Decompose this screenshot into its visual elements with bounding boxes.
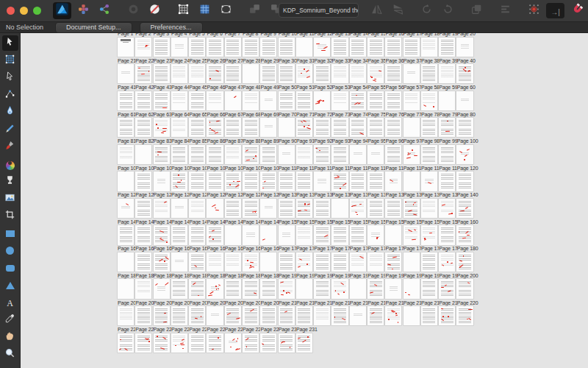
page-artboard[interactable]: [331, 252, 348, 272]
artboard-label[interactable]: Page 12: [314, 33, 331, 37]
transform-origin-button[interactable]: [525, 3, 543, 18]
page-artboard[interactable]: [421, 199, 437, 218]
artboard-label[interactable]: Page 36: [385, 58, 403, 64]
page-artboard[interactable]: [189, 252, 205, 272]
page-artboard[interactable]: [135, 171, 151, 191]
page-artboard[interactable]: [456, 225, 473, 244]
page-artboard[interactable]: [207, 279, 223, 298]
page-artboard[interactable]: [154, 333, 170, 353]
rectangle-tool[interactable]: [2, 226, 18, 241]
artboard-label[interactable]: Page 1: [118, 33, 135, 37]
artboard-label[interactable]: Page 94: [350, 138, 368, 144]
artboard-label[interactable]: Page 218: [421, 300, 439, 306]
artboard-label[interactable]: Page 175: [368, 246, 385, 252]
artboard-label[interactable]: Page 209: [260, 300, 278, 306]
artboard-label[interactable]: Page 183: [154, 273, 171, 279]
page-artboard[interactable]: [260, 199, 276, 218]
artboard-label[interactable]: Page 137: [404, 192, 421, 198]
artboard-label[interactable]: Page 121: [118, 192, 135, 198]
page-artboard[interactable]: [243, 199, 259, 218]
page-artboard[interactable]: [385, 91, 401, 110]
page-artboard[interactable]: [314, 199, 330, 218]
page-artboard[interactable]: [243, 171, 259, 191]
artboard-label[interactable]: Page 46: [207, 85, 224, 91]
artboard-label[interactable]: Page 167: [225, 246, 243, 252]
page-artboard[interactable]: [314, 118, 330, 137]
artboard-label[interactable]: Page 84: [171, 138, 189, 144]
page-artboard[interactable]: [260, 225, 276, 244]
artboard-label[interactable]: Page 128: [243, 192, 260, 198]
page-artboard[interactable]: [260, 171, 276, 191]
artboard-label[interactable]: Page 27: [225, 58, 243, 64]
artboard-label[interactable]: Page 155: [368, 219, 385, 225]
page-artboard[interactable]: [189, 199, 205, 218]
page-artboard[interactable]: [350, 38, 366, 57]
artboard-label[interactable]: Page 41: [118, 85, 135, 91]
page-artboard[interactable]: [225, 64, 241, 83]
page-artboard[interactable]: [171, 91, 187, 110]
artboard-label[interactable]: Page 200: [457, 273, 478, 279]
artboard-label[interactable]: Page 116: [385, 166, 403, 171]
artboard-label[interactable]: Page 195: [368, 273, 385, 279]
page-artboard[interactable]: [350, 306, 366, 325]
artboard-label[interactable]: Page 57: [404, 85, 421, 91]
artboard-label[interactable]: Page 16: [385, 33, 403, 37]
artboard-label[interactable]: Page 166: [207, 246, 224, 252]
page-artboard[interactable]: [421, 91, 437, 110]
page-artboard[interactable]: [279, 91, 295, 110]
page-artboard[interactable]: [439, 91, 455, 110]
artboard-label[interactable]: Page 45: [189, 85, 207, 91]
zoom-tool[interactable]: [2, 347, 18, 362]
page-artboard[interactable]: [296, 199, 312, 218]
page-artboard[interactable]: [404, 64, 420, 83]
artboard-label[interactable]: Page 109: [260, 166, 278, 171]
artboard-label[interactable]: Page 47: [225, 85, 243, 91]
page-artboard[interactable]: [350, 171, 366, 191]
artboard-label[interactable]: Page 17: [404, 33, 421, 37]
artboard-label[interactable]: Page 214: [350, 300, 368, 306]
artboard-label[interactable]: Page 154: [350, 219, 368, 225]
artboard-label[interactable]: Page 79: [439, 112, 456, 118]
page-artboard[interactable]: [207, 252, 223, 272]
artboard-label[interactable]: Page 96: [385, 138, 403, 144]
artboard-label[interactable]: Page 170: [279, 246, 296, 252]
page-artboard[interactable]: [331, 279, 348, 298]
artboard-label[interactable]: Page 61: [118, 112, 135, 118]
artboard-label[interactable]: Page 53: [332, 85, 350, 91]
text-tool[interactable]: A: [2, 295, 18, 311]
page-artboard[interactable]: [135, 333, 151, 353]
document-title-field[interactable]: KDP_Somnium_Beyond the Darkness.pdf (8.0: [279, 3, 359, 18]
artboard-label[interactable]: Page 35: [368, 58, 385, 64]
artboard-label[interactable]: Page 2: [135, 33, 153, 37]
snapping-button[interactable]: [567, 3, 586, 18]
page-artboard[interactable]: [225, 252, 241, 272]
page-artboard[interactable]: [225, 333, 241, 353]
artboard-label[interactable]: Page 140: [457, 192, 478, 198]
page-artboard[interactable]: [456, 145, 473, 164]
artboard-label[interactable]: Page 122: [135, 192, 153, 198]
artboard-label[interactable]: Page 215: [368, 300, 385, 306]
page-artboard[interactable]: [279, 306, 295, 325]
page-artboard[interactable]: [314, 306, 330, 325]
artboard-label[interactable]: Page 76: [385, 112, 403, 118]
page-artboard[interactable]: [171, 306, 187, 325]
ellipse-tool[interactable]: [2, 243, 18, 258]
artboard-label[interactable]: Page 86: [207, 138, 224, 144]
artboard-label[interactable]: Page 32: [314, 58, 331, 64]
page-artboard[interactable]: [368, 252, 384, 272]
artboard-label[interactable]: Page 100: [457, 138, 478, 144]
page-artboard[interactable]: [279, 118, 295, 137]
artboard-label[interactable]: Page 44: [171, 85, 189, 91]
point-transform-tool[interactable]: [2, 88, 18, 103]
artboard-label[interactable]: Page 112: [314, 166, 331, 171]
page-artboard[interactable]: [171, 145, 187, 164]
page-artboard[interactable]: [154, 118, 170, 137]
artboard-label[interactable]: Page 185: [189, 273, 207, 279]
page-artboard[interactable]: [331, 38, 348, 57]
page-artboard[interactable]: [279, 199, 295, 218]
artboard-label[interactable]: Page 153: [332, 219, 350, 225]
page-artboard[interactable]: [189, 91, 205, 110]
page-artboard[interactable]: [279, 252, 295, 272]
artboard-label[interactable]: Page 156: [385, 219, 403, 225]
page-artboard[interactable]: [350, 252, 366, 272]
